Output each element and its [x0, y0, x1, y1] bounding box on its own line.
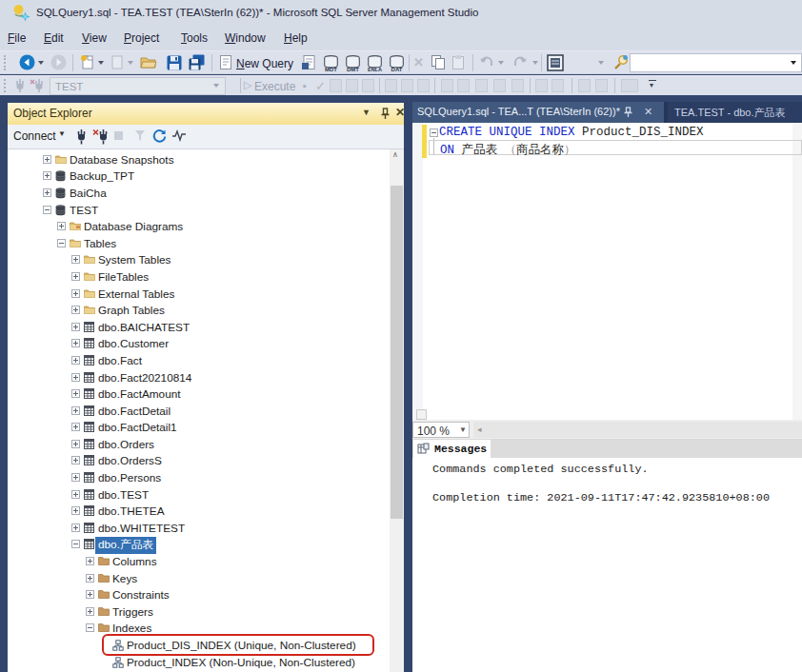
svg-text:DAT: DAT	[391, 67, 403, 72]
svg-text:ENLA: ENLA	[368, 67, 382, 72]
svg-text:MDT: MDT	[325, 67, 337, 72]
svg-text:DMT: DMT	[347, 67, 359, 72]
